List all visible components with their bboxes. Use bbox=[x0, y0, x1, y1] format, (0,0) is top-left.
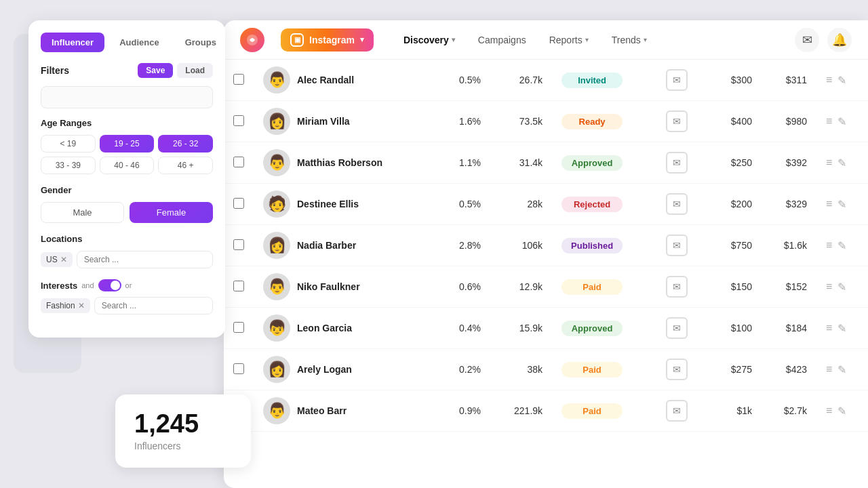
price1-cell: $275 bbox=[709, 349, 762, 390]
row-checkbox[interactable] bbox=[233, 363, 244, 374]
interests-and-label: and bbox=[81, 281, 94, 289]
edit-icon[interactable]: ✎ bbox=[837, 74, 846, 87]
app-logo bbox=[240, 28, 264, 52]
edit-icon[interactable]: ✎ bbox=[837, 115, 846, 128]
list-icon[interactable]: ≡ bbox=[826, 322, 832, 334]
avatar: 👨 bbox=[263, 66, 290, 94]
status-badge: Approved bbox=[561, 155, 623, 171]
gender-female-button[interactable]: Female bbox=[130, 202, 213, 223]
location-search-input[interactable] bbox=[77, 251, 213, 268]
row-checkbox[interactable] bbox=[233, 74, 244, 85]
list-icon[interactable]: ≡ bbox=[826, 363, 832, 375]
row-checkbox[interactable] bbox=[233, 281, 244, 291]
actions-cell: ≡ ✎ bbox=[816, 308, 868, 349]
age-chip-26-32[interactable]: 26 - 32 bbox=[158, 135, 213, 152]
nav-item-campaigns[interactable]: Campaigns bbox=[469, 30, 536, 49]
edit-icon[interactable]: ✎ bbox=[837, 322, 846, 335]
list-icon[interactable]: ≡ bbox=[826, 74, 832, 86]
row-checkbox-cell bbox=[224, 349, 254, 390]
messages-icon: ✉ bbox=[802, 33, 812, 47]
notifications-button[interactable]: 🔔 bbox=[827, 28, 852, 52]
engagement-cell: 0.5% bbox=[437, 60, 490, 101]
message-button[interactable]: ✉ bbox=[666, 110, 688, 132]
list-icon[interactable]: ≡ bbox=[826, 281, 832, 293]
status-badge: Paid bbox=[561, 279, 623, 295]
message-button[interactable]: ✉ bbox=[666, 317, 688, 339]
interests-toggle[interactable] bbox=[98, 279, 121, 291]
table-row: 🧑 Destinee Ellis 0.5% 28k Rejected ✉ $20… bbox=[224, 184, 868, 225]
followers-cell: 15.9k bbox=[490, 308, 552, 349]
gender-row: Male Female bbox=[41, 202, 213, 223]
list-icon[interactable]: ≡ bbox=[826, 115, 832, 127]
list-icon[interactable]: ≡ bbox=[826, 157, 832, 169]
tab-audience[interactable]: Audience bbox=[108, 33, 170, 52]
engagement-cell: 1.6% bbox=[437, 101, 490, 142]
tab-groups[interactable]: Groups bbox=[174, 33, 227, 52]
message-button[interactable]: ✉ bbox=[666, 400, 688, 422]
followers-cell: 12.9k bbox=[490, 266, 552, 308]
row-checkbox[interactable] bbox=[233, 115, 244, 126]
gender-male-button[interactable]: Male bbox=[41, 202, 124, 223]
message-cell: ✉ bbox=[656, 184, 709, 225]
age-chip-40-46[interactable]: 40 - 46 bbox=[100, 157, 155, 174]
message-button[interactable]: ✉ bbox=[666, 359, 688, 380]
list-icon[interactable]: ≡ bbox=[826, 198, 832, 210]
load-filter-button[interactable]: Load bbox=[177, 63, 213, 78]
row-checkbox[interactable] bbox=[233, 239, 244, 250]
interest-tag-label: Fashion bbox=[46, 301, 75, 310]
message-button[interactable]: ✉ bbox=[666, 152, 688, 174]
engagement-cell: 2.8% bbox=[437, 225, 490, 266]
location-tag-us: US ✕ bbox=[41, 252, 73, 267]
message-button[interactable]: ✉ bbox=[666, 69, 688, 91]
table-row: 👨 Matthias Roberson 1.1% 31.4k Approved … bbox=[224, 142, 868, 184]
edit-icon[interactable]: ✎ bbox=[837, 281, 846, 293]
influencer-cell: 👨 Alec Randall bbox=[254, 60, 437, 101]
row-checkbox[interactable] bbox=[233, 157, 244, 167]
message-button[interactable]: ✉ bbox=[666, 235, 688, 256]
edit-icon[interactable]: ✎ bbox=[837, 157, 846, 169]
gender-section: Gender Male Female bbox=[41, 185, 213, 223]
price2-cell: $329 bbox=[762, 184, 816, 225]
edit-icon[interactable]: ✎ bbox=[837, 363, 846, 376]
list-icon[interactable]: ≡ bbox=[826, 405, 832, 417]
table-row: 👩 Nadia Barber 2.8% 106k Published ✉ $75… bbox=[224, 225, 868, 266]
influencer-cell: 👩 Nadia Barber bbox=[254, 225, 437, 266]
influencer-cell: 🧑 Destinee Ellis bbox=[254, 184, 437, 225]
price1-cell: $150 bbox=[709, 266, 762, 308]
influencer-cell: 👦 Leon Garcia bbox=[254, 308, 437, 349]
avatar: 👩 bbox=[263, 356, 290, 383]
location-tag-close[interactable]: ✕ bbox=[60, 255, 67, 264]
price2-cell: $2.7k bbox=[762, 390, 816, 432]
message-button[interactable]: ✉ bbox=[666, 276, 688, 298]
influencer-search-input[interactable] bbox=[41, 86, 213, 108]
nav-item-discovery[interactable]: Discovery ▾ bbox=[394, 30, 465, 49]
edit-icon[interactable]: ✎ bbox=[837, 239, 846, 252]
instagram-button[interactable]: ▣ Instagram ▾ bbox=[281, 28, 374, 52]
list-icon[interactable]: ≡ bbox=[826, 239, 832, 251]
message-cell: ✉ bbox=[656, 225, 709, 266]
influencer-name: Matthias Roberson bbox=[297, 157, 382, 168]
nav-item-reports[interactable]: Reports ▾ bbox=[540, 30, 598, 49]
age-ranges-grid: < 19 19 - 25 26 - 32 33 - 39 40 - 46 46 … bbox=[41, 135, 213, 174]
nav-item-trends[interactable]: Trends ▾ bbox=[602, 30, 656, 49]
table-row: 👨 Mateo Barr 0.9% 221.9k Paid ✉ $1k $2.7… bbox=[224, 390, 868, 432]
age-chip-46plus[interactable]: 46 + bbox=[158, 157, 213, 174]
messages-button[interactable]: ✉ bbox=[795, 28, 819, 52]
influencer-table: 👨 Alec Randall 0.5% 26.7k Invited ✉ $300… bbox=[224, 60, 868, 432]
row-checkbox-cell bbox=[224, 184, 254, 225]
edit-icon[interactable]: ✎ bbox=[837, 198, 846, 211]
message-button[interactable]: ✉ bbox=[666, 193, 688, 215]
panel-tabs: Influencer Audience Groups bbox=[41, 33, 213, 52]
age-chip-19-25[interactable]: 19 - 25 bbox=[100, 135, 155, 152]
engagement-cell: 0.9% bbox=[437, 390, 490, 432]
price1-cell: $200 bbox=[709, 184, 762, 225]
save-filter-button[interactable]: Save bbox=[138, 63, 173, 78]
row-checkbox[interactable] bbox=[233, 322, 244, 333]
age-chip-under19[interactable]: < 19 bbox=[41, 135, 96, 152]
edit-icon[interactable]: ✎ bbox=[837, 405, 846, 418]
age-chip-33-39[interactable]: 33 - 39 bbox=[41, 157, 96, 174]
tab-influencer[interactable]: Influencer bbox=[41, 33, 104, 52]
interest-tag-close[interactable]: ✕ bbox=[78, 301, 85, 310]
row-checkbox[interactable] bbox=[233, 198, 244, 209]
interest-search-input[interactable] bbox=[94, 297, 213, 314]
